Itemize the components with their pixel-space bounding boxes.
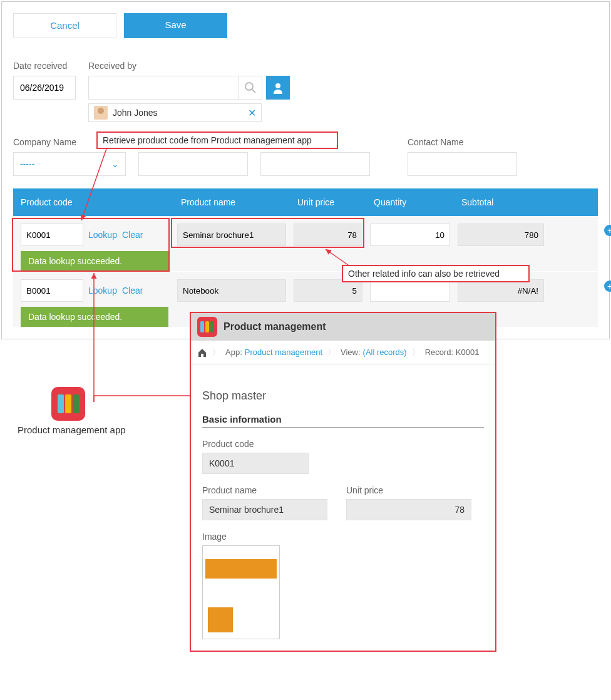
cancel-button[interactable]: Cancel: [13, 13, 116, 38]
received-by-label: Received by: [88, 61, 290, 71]
avatar: [94, 106, 108, 120]
search-button[interactable]: [239, 76, 262, 100]
svg-line-3: [81, 145, 108, 220]
date-received-input[interactable]: [13, 76, 76, 100]
lookup-link[interactable]: Lookup: [88, 230, 117, 240]
svg-point-0: [245, 83, 253, 90]
arrow-icon: [88, 270, 200, 408]
th-product-name: Product name: [173, 197, 290, 207]
product-name-input: [177, 224, 286, 246]
arrow-icon: [76, 145, 114, 227]
quantity-input[interactable]: [370, 224, 450, 246]
search-icon: [244, 81, 257, 94]
product-code-input[interactable]: [21, 224, 83, 246]
person-icon: [272, 81, 284, 94]
annotation-related-info: Other related info can also be retrieved: [342, 265, 530, 282]
panel-title: Product management: [223, 321, 326, 332]
unit-price-input: [294, 279, 362, 302]
product-detail-panel: Product management 〉 App: Product manage…: [190, 312, 496, 652]
user-chip: John Jones ✕: [88, 103, 262, 122]
text-input-1[interactable]: [138, 152, 248, 176]
bc-app-label: App:: [225, 347, 242, 357]
subtotal-input: [458, 279, 544, 302]
th-quantity: Quantity: [366, 197, 454, 207]
contact-name-input[interactable]: [408, 152, 517, 176]
bc-app-link[interactable]: Product management: [245, 347, 322, 357]
subtotal-input: [458, 224, 544, 246]
app-icon-small: [197, 317, 217, 337]
detail-price-label: Unit price: [346, 485, 471, 495]
company-select-value: -----: [20, 159, 34, 169]
bc-view-link[interactable]: (All records): [363, 347, 407, 357]
quantity-input[interactable]: [370, 279, 450, 302]
add-row-button[interactable]: +: [604, 225, 611, 236]
unit-price-input: [294, 224, 362, 246]
product-code-input[interactable]: [21, 279, 83, 302]
sub-title: Basic information: [202, 414, 484, 428]
detail-price-value: 78: [346, 499, 471, 520]
svg-line-1: [252, 90, 255, 93]
svg-point-2: [275, 83, 280, 88]
detail-name-value: Seminar brochure1: [202, 499, 327, 520]
app-icon: [51, 387, 85, 421]
text-input-2[interactable]: [260, 152, 370, 176]
add-row-button[interactable]: +: [604, 281, 611, 292]
user-name: John Jones: [113, 108, 158, 118]
clear-link[interactable]: Clear: [122, 230, 143, 240]
detail-code-value: K0001: [202, 453, 309, 474]
person-picker-button[interactable]: [266, 76, 290, 100]
app-icon-label: Product management app: [18, 425, 126, 435]
received-by-input[interactable]: [88, 76, 239, 100]
breadcrumb: 〉 App: Product management 〉 View: (All r…: [191, 341, 495, 364]
section-title: Shop master: [202, 389, 484, 403]
detail-name-label: Product name: [202, 485, 327, 495]
svg-line-4: [326, 249, 351, 267]
date-received-label: Date received: [13, 61, 76, 71]
detail-code-label: Product code: [202, 439, 484, 449]
remove-user-button[interactable]: ✕: [248, 107, 256, 119]
detail-image-label: Image: [202, 532, 484, 542]
image-thumbnail[interactable]: [202, 545, 280, 639]
save-button[interactable]: Save: [124, 13, 227, 38]
lookup-success-msg: Data lookup succeeded.: [21, 251, 168, 271]
contact-name-label: Contact Name: [408, 137, 517, 147]
th-subtotal: Subtotal: [454, 197, 548, 207]
annotation-retrieve-code: Retrieve product code from Product manag…: [96, 131, 338, 149]
home-icon[interactable]: [197, 347, 207, 358]
th-unit-price: Unit price: [290, 197, 366, 207]
bc-view-label: View:: [341, 347, 361, 357]
bc-record-label: Record: K0001: [425, 347, 480, 357]
